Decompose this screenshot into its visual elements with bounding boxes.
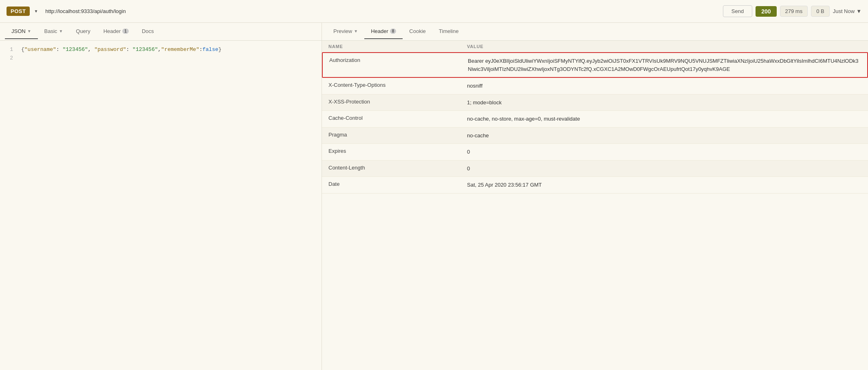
tab-header-label: Header <box>104 28 121 34</box>
header-name-authorization: Authorization <box>329 57 468 63</box>
right-tabs: Preview ▼ Header 8 Cookie Timeline <box>322 23 868 41</box>
timestamp-dropdown-icon[interactable]: ▼ <box>856 8 861 14</box>
tab-response-header-badge: 8 <box>390 29 397 34</box>
method-label: POST <box>7 7 30 16</box>
left-panel: JSON ▼ Basic ▼ Query Header 1 Docs 1 <box>0 23 322 370</box>
header-name-content-length: Content-Length <box>328 165 467 171</box>
tab-cookie-label: Cookie <box>409 28 425 34</box>
tab-basic-dropdown-icon[interactable]: ▼ <box>59 29 63 33</box>
header-row-expires: Expires 0 <box>322 144 868 161</box>
tab-cookie[interactable]: Cookie <box>403 24 432 39</box>
header-value-cache-control: no-cache, no-store, max-age=0, must-reva… <box>467 115 861 123</box>
tab-preview-label: Preview <box>333 28 352 34</box>
tab-header-badge: 1 <box>122 29 129 34</box>
header-value-date: Sat, 25 Apr 2020 23:56:17 GMT <box>467 181 861 189</box>
right-panel: Preview ▼ Header 8 Cookie Timeline NAME … <box>322 23 868 370</box>
header-row-x-xss-protection: X-XSS-Protection 1; mode=block <box>322 95 868 111</box>
header-value-expires: 0 <box>467 148 861 156</box>
header-name-expires: Expires <box>328 148 467 154</box>
method-dropdown-icon[interactable]: ▼ <box>34 9 38 13</box>
code-line-2: 2 <box>7 54 315 63</box>
tab-basic-label: Basic <box>44 28 57 34</box>
header-row-cache-control: Cache-Control no-cache, no-store, max-ag… <box>322 111 868 128</box>
toolbar: POST ▼ Send 200 279 ms 0 B Just Now ▼ <box>0 0 868 23</box>
header-name-date: Date <box>328 181 467 187</box>
header-name-pragma: Pragma <box>328 132 467 138</box>
tab-header[interactable]: Header 1 <box>97 24 135 39</box>
col-name-label: NAME <box>328 44 467 49</box>
tab-timeline-label: Timeline <box>439 28 459 34</box>
header-value-pragma: no-cache <box>467 132 861 140</box>
header-row-date: Date Sat, 25 Apr 2020 23:56:17 GMT <box>322 177 868 194</box>
col-value-label: VALUE <box>467 44 861 49</box>
main-content: JSON ▼ Basic ▼ Query Header 1 Docs 1 <box>0 23 868 370</box>
header-value-x-xss-protection: 1; mode=block <box>467 99 861 107</box>
tab-json-label: JSON <box>11 28 26 34</box>
tab-docs[interactable]: Docs <box>135 24 161 39</box>
tab-query-label: Query <box>76 28 90 34</box>
tab-query[interactable]: Query <box>69 24 97 39</box>
header-name-cache-control: Cache-Control <box>328 115 467 121</box>
tab-json-dropdown-icon[interactable]: ▼ <box>27 29 31 33</box>
header-row-pragma: Pragma no-cache <box>322 128 868 144</box>
header-row-content-length: Content-Length 0 <box>322 161 868 177</box>
url-input[interactable] <box>41 6 719 17</box>
status-code-badge: 200 <box>756 6 776 17</box>
code-content-2 <box>21 54 24 63</box>
headers-table: NAME VALUE Authorization Bearer eyJ0eXBl… <box>322 41 868 370</box>
header-value-content-length: 0 <box>467 165 861 173</box>
response-size-badge: 0 B <box>811 6 830 17</box>
header-name-x-content-type-options: X-Content-Type-Options <box>328 82 467 88</box>
tab-docs-label: Docs <box>142 28 154 34</box>
headers-column-header: NAME VALUE <box>322 41 868 52</box>
tab-json[interactable]: JSON ▼ <box>5 24 38 39</box>
response-time-badge: 279 ms <box>780 6 808 17</box>
tab-preview-dropdown-icon[interactable]: ▼ <box>354 29 358 33</box>
line-number-2: 2 <box>7 54 13 63</box>
line-number-1: 1 <box>7 46 13 54</box>
left-tabs: JSON ▼ Basic ▼ Query Header 1 Docs <box>0 23 322 41</box>
tab-timeline[interactable]: Timeline <box>432 24 465 39</box>
send-button[interactable]: Send <box>723 5 752 17</box>
header-value-authorization: Bearer eyJ0eXBlIjoiSldUliwiYWxnIjoiSFMyN… <box>468 57 861 73</box>
tab-response-header-label: Header <box>371 28 388 34</box>
request-body-editor[interactable]: 1 {"username": "123456", "password": "12… <box>0 41 322 370</box>
tab-preview[interactable]: Preview ▼ <box>327 24 364 39</box>
code-line-1: 1 {"username": "123456", "password": "12… <box>7 46 315 54</box>
header-value-x-content-type-options: nosniff <box>467 82 861 90</box>
header-row-authorization: Authorization Bearer eyJ0eXBlIjoiSldUliw… <box>322 52 868 78</box>
tab-basic[interactable]: Basic ▼ <box>38 24 70 39</box>
header-row-x-content-type-options: X-Content-Type-Options nosniff <box>322 78 868 95</box>
header-name-x-xss-protection: X-XSS-Protection <box>328 99 467 105</box>
tab-response-header[interactable]: Header 8 <box>364 24 403 39</box>
code-content-1: {"username": "123456", "password": "1234… <box>21 46 222 54</box>
timestamp: Just Now ▼ <box>833 8 861 14</box>
